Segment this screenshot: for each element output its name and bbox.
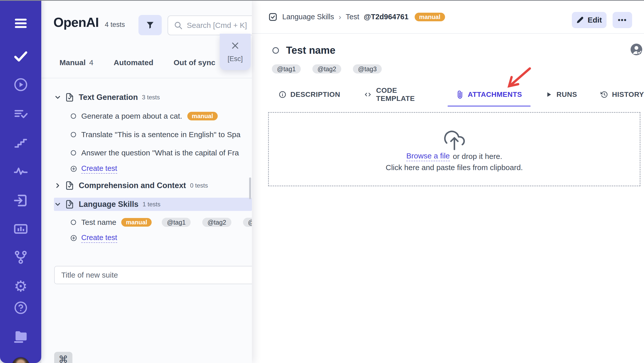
tabs-divider — [41, 78, 252, 78]
funnel-icon — [145, 20, 155, 30]
tab-history[interactable]: HISTORY — [600, 86, 644, 103]
test-row-test-name[interactable]: Test name manual @tag1 @tag2 @tag3 — [70, 216, 252, 229]
test-row[interactable]: Generate a poem about a cat. manual — [70, 110, 218, 123]
task-check-icon — [268, 12, 278, 22]
history-clock-icon — [600, 91, 608, 98]
edit-button[interactable]: Edit — [572, 12, 607, 28]
tag-pill: @tag1 — [162, 218, 191, 227]
panel-scrollbar-thumb[interactable] — [249, 177, 251, 199]
search-box[interactable] — [168, 15, 252, 35]
create-test-link[interactable]: Create test — [81, 233, 117, 243]
suite-row-language-skills[interactable]: Language Skills 1 tests — [54, 198, 160, 211]
suite-doc-icon — [65, 93, 74, 102]
test-status-circle-icon — [272, 47, 279, 54]
test-row[interactable]: Answer the question "What is the capital… — [70, 146, 239, 159]
new-suite-title-input[interactable] — [54, 266, 252, 284]
tag-pill: @tag1 — [272, 64, 301, 74]
tag-pill: @tag3 — [243, 218, 252, 227]
breadcrumb-separator: › — [339, 13, 341, 21]
manual-badge: manual — [121, 218, 152, 227]
file-dropzone[interactable]: Browse a file or drop it here. Click her… — [268, 112, 640, 186]
play-circle-icon[interactable] — [13, 77, 29, 93]
test-detail-panel: Language Skills › Test @T2d964761 manual… — [252, 0, 644, 363]
paste-hint: Click here and paste files from clipboar… — [386, 162, 523, 173]
tab-manual[interactable]: Manual 4 — [59, 58, 93, 67]
app-sidebar: ⚙ — [0, 0, 41, 363]
create-test-row[interactable]: Create test — [70, 162, 117, 175]
sign-in-icon[interactable] — [13, 192, 29, 209]
chevron-down-icon[interactable] — [54, 94, 62, 101]
detail-header: Language Skills › Test @T2d964761 manual… — [252, 0, 644, 34]
tab-code-template[interactable]: CODE TEMPLATE — [364, 86, 433, 103]
test-tags: @tag1 @tag2 @tag3 — [272, 64, 382, 74]
create-test-link[interactable]: Create test — [81, 164, 117, 174]
test-circle-icon — [70, 150, 77, 156]
manual-count: 4 — [89, 58, 93, 67]
breadcrumb-test-id: @T2d964761 — [364, 13, 409, 21]
activity-icon[interactable] — [13, 163, 29, 179]
upload-cloud-icon — [442, 128, 466, 151]
test-title: Test name — [286, 45, 335, 56]
command-key-button[interactable]: ⌘ — [54, 352, 72, 363]
user-avatar[interactable] — [12, 357, 30, 363]
tag-pill: @tag2 — [312, 64, 341, 74]
breadcrumb: Language Skills › Test @T2d964761 manual — [268, 0, 445, 34]
suite-doc-icon — [65, 200, 74, 209]
suite-doc-icon — [65, 181, 74, 190]
plus-circle-icon — [70, 234, 77, 242]
test-circle-icon — [70, 219, 77, 226]
create-test-row[interactable]: Create test — [70, 231, 117, 245]
window-top-edge — [0, 0, 644, 1]
search-input[interactable] — [187, 21, 252, 30]
ellipsis-icon: ••• — [618, 16, 627, 24]
test-circle-icon — [70, 113, 77, 119]
help-icon[interactable] — [13, 300, 29, 316]
tab-runs[interactable]: RUNS — [545, 86, 577, 103]
manual-badge: manual — [187, 112, 218, 120]
pencil-icon — [576, 16, 584, 24]
tab-description[interactable]: DESCRIPTION — [279, 86, 340, 103]
folder-icon[interactable] — [13, 328, 29, 344]
menu-icon[interactable] — [13, 15, 29, 31]
test-circle-icon — [70, 131, 77, 138]
code-icon — [364, 91, 372, 98]
bar-chart-icon[interactable] — [13, 221, 29, 237]
tests-check-icon[interactable] — [13, 48, 29, 64]
suite-row-comprehension[interactable]: Comprehension and Context 0 tests — [54, 179, 208, 192]
tag-pill: @tag3 — [353, 64, 382, 74]
filter-button[interactable] — [138, 15, 162, 35]
paperclip-icon — [455, 89, 465, 100]
settings-gear-icon[interactable]: ⚙ — [13, 278, 29, 295]
breadcrumb-suite-link[interactable]: Language Skills — [282, 13, 334, 21]
browse-file-link[interactable]: Browse a file — [406, 152, 450, 161]
drop-hint: or drop it here. — [453, 152, 502, 161]
assignee-avatar-icon[interactable] — [631, 44, 642, 55]
info-icon — [279, 91, 286, 98]
esc-key-hint: [Esc] — [228, 55, 243, 63]
tag-pill: @tag2 — [202, 218, 231, 227]
annotation-arrow — [502, 65, 535, 91]
search-icon — [174, 21, 183, 30]
project-tests-count: 4 tests — [105, 21, 125, 29]
chevron-down-icon[interactable] — [54, 201, 62, 208]
project-title: OpenAI — [53, 15, 99, 30]
close-icon — [230, 41, 240, 50]
steps-icon[interactable] — [13, 135, 29, 151]
tab-out-of-sync[interactable]: Out of sync — [174, 58, 215, 67]
close-panel-button[interactable]: [Esc] — [220, 34, 251, 70]
play-icon — [545, 91, 552, 98]
command-icon: ⌘ — [58, 354, 68, 363]
chevron-right-icon[interactable] — [54, 182, 62, 189]
detail-tabs: DESCRIPTION CODE TEMPLATE ATTACHMENTS RU… — [279, 86, 644, 103]
manual-badge: manual — [415, 13, 445, 21]
test-row[interactable]: Translate "This is a sentence in English… — [70, 128, 240, 141]
suite-row-text-generation[interactable]: Text Generation 3 tests — [54, 91, 160, 104]
list-check-icon[interactable] — [13, 106, 29, 122]
suite-filter-tabs: Manual 4 Automated Out of sync — [59, 58, 215, 67]
git-branch-icon[interactable] — [13, 249, 29, 265]
more-actions-button[interactable]: ••• — [613, 12, 632, 28]
breadcrumb-test-label: Test — [346, 13, 359, 21]
tab-automated[interactable]: Automated — [114, 58, 153, 67]
plus-circle-icon — [70, 165, 77, 172]
